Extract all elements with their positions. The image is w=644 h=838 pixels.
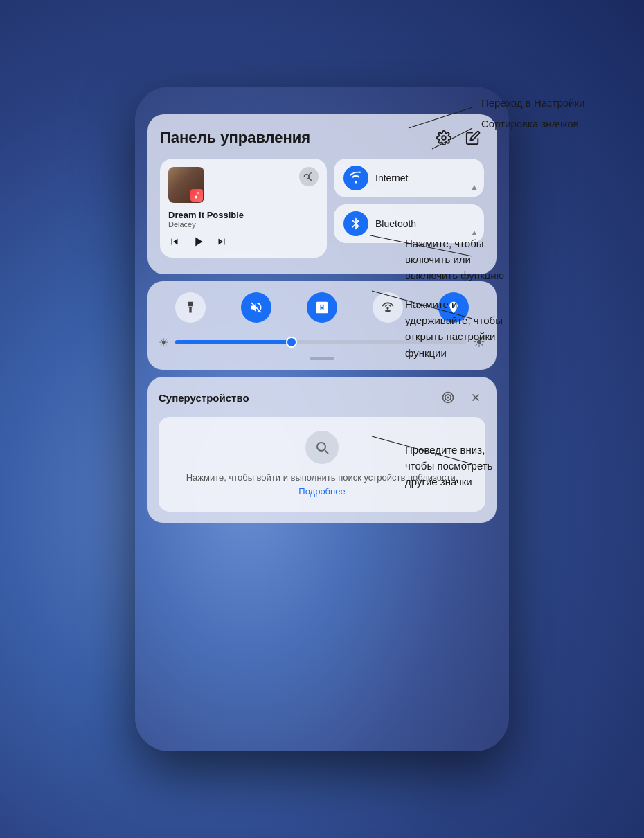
music-artist: Delacey (168, 220, 319, 229)
brightness-thumb[interactable] (286, 337, 297, 348)
phone-screen: Панель управления (135, 87, 509, 751)
svg-point-0 (442, 136, 446, 140)
super-device-header: Суперустройство (159, 388, 485, 407)
brightness-fill (175, 340, 292, 344)
personal-hotspot-button[interactable] (373, 292, 403, 323)
close-icon[interactable] (466, 388, 485, 407)
bluetooth-icon-circle (343, 211, 368, 236)
super-device-title: Суперустройство (159, 392, 249, 404)
brightness-row: ☀ ☀ (157, 334, 487, 350)
scroll-indicator (310, 357, 334, 360)
svg-line-7 (325, 451, 329, 454)
search-icon (305, 431, 339, 464)
music-info: Dream It Possible Delacey (168, 210, 319, 229)
control-panel: Панель управления (147, 114, 497, 274)
bluetooth-tile[interactable]: Bluetooth ▲ (334, 204, 484, 243)
music-app-icon (190, 189, 203, 202)
quick-actions-card: ☀ ☀ (147, 281, 497, 370)
super-device-link[interactable]: Подробнее (298, 486, 345, 497)
album-art (168, 167, 204, 203)
panel-header: Панель управления (160, 127, 484, 149)
internet-label: Internet (375, 172, 474, 184)
quick-actions-row (157, 292, 487, 323)
location-button[interactable] (438, 292, 469, 323)
silent-button[interactable] (241, 292, 271, 323)
bluetooth-label: Bluetooth (375, 218, 474, 229)
bluetooth-chevron: ▲ (470, 228, 478, 238)
flashlight-button[interactable] (175, 292, 206, 323)
super-device-card: Суперустройство (147, 377, 497, 523)
next-button[interactable] (215, 235, 228, 248)
right-tiles: Internet ▲ Bluetooth ▲ (334, 159, 484, 258)
brightness-slider[interactable] (175, 340, 466, 344)
svg-point-6 (317, 443, 325, 451)
play-button[interactable] (190, 234, 206, 249)
internet-chevron: ▲ (470, 182, 478, 192)
status-bar (135, 87, 509, 114)
wave-icon (299, 167, 319, 186)
tiles-row: Dream It Possible Delacey (160, 159, 484, 258)
internet-tile[interactable]: Internet ▲ (334, 159, 484, 197)
panel-title: Панель управления (160, 129, 310, 147)
nfc-button[interactable] (307, 292, 337, 323)
super-device-icons (438, 388, 485, 407)
super-device-search-text: Нажмите, чтобы войти и выполнить поиск у… (170, 471, 474, 498)
target-icon[interactable] (438, 388, 458, 407)
settings-icon[interactable] (433, 127, 455, 149)
svg-point-3 (447, 397, 449, 398)
music-title: Dream It Possible (168, 210, 319, 220)
edit-icon[interactable] (462, 127, 484, 149)
super-device-body: Нажмите, чтобы войти и выполнить поиск у… (159, 417, 485, 512)
brightness-high-icon: ☀ (473, 334, 485, 350)
music-controls (168, 234, 319, 249)
music-top (168, 167, 319, 203)
music-tile[interactable]: Dream It Possible Delacey (160, 159, 327, 258)
brightness-low-icon: ☀ (159, 336, 168, 349)
wifi-icon-circle (343, 166, 368, 190)
prev-button[interactable] (168, 235, 181, 248)
panel-header-icons (433, 127, 484, 149)
